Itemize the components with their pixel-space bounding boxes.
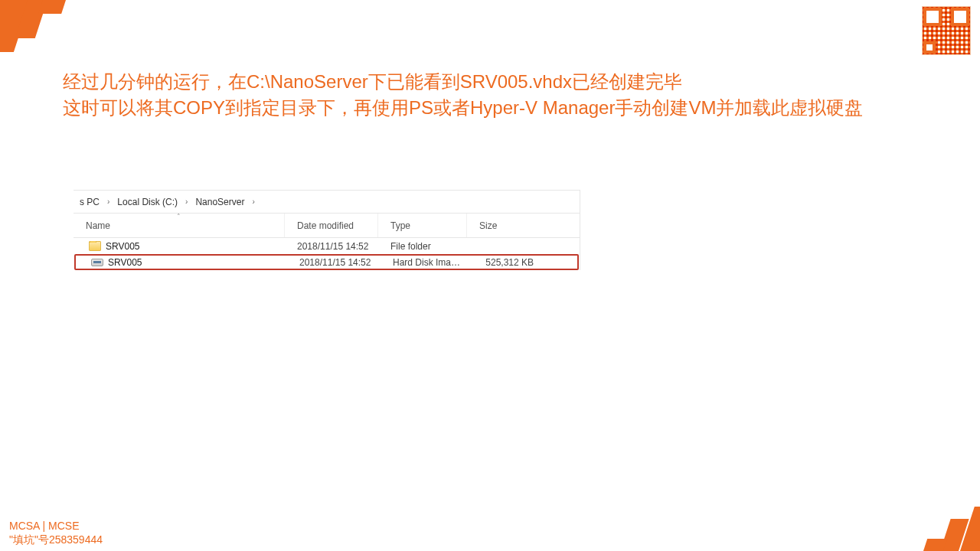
column-header-name[interactable]: Name ˄ <box>74 214 285 237</box>
breadcrumb-drive-c[interactable]: Local Disk (C:) <box>116 197 179 207</box>
file-date: 2018/11/15 14:52 <box>287 257 381 268</box>
file-name: SRV005 <box>106 241 139 252</box>
file-row[interactable]: SRV005 2018/11/15 14:52 File folder <box>74 238 580 254</box>
brand-logo-top-left <box>0 0 77 54</box>
file-type: Hard Disk Image F... <box>381 257 469 268</box>
heading-line-2: 这时可以将其COPY到指定目录下，再使用PS或者Hyper-V Manager手… <box>63 95 888 121</box>
heading-line-1: 经过几分钟的运行，在C:\NanoServer下已能看到SRV005.vhdx已… <box>63 69 888 95</box>
file-date: 2018/11/15 14:52 <box>285 241 378 252</box>
footer-line-2: "填坑"号258359444 <box>9 533 103 546</box>
file-type: File folder <box>378 241 467 252</box>
column-header-type-label: Type <box>390 220 410 231</box>
folder-icon <box>89 241 101 251</box>
column-headers: Name ˄ Date modified Type Size <box>74 214 580 238</box>
column-header-type[interactable]: Type <box>378 214 467 237</box>
file-explorer-panel: s PC › Local Disk (C:) › NanoServer › Na… <box>74 190 580 270</box>
breadcrumb[interactable]: s PC › Local Disk (C:) › NanoServer › <box>74 191 580 214</box>
brand-logo-bottom-right <box>911 505 980 551</box>
qr-code <box>920 5 972 57</box>
sort-ascending-icon: ˄ <box>177 213 181 220</box>
chevron-right-icon: › <box>249 197 257 206</box>
slide-heading: 经过几分钟的运行，在C:\NanoServer下已能看到SRV005.vhdx已… <box>63 69 888 120</box>
file-name: SRV005 <box>108 257 142 268</box>
column-header-name-label: Name <box>86 220 110 231</box>
disk-image-icon <box>91 259 103 266</box>
column-header-size[interactable]: Size <box>467 214 541 237</box>
column-header-size-label: Size <box>479 220 497 231</box>
breadcrumb-nanoserver[interactable]: NanoServer <box>194 197 246 207</box>
footer-line-1: MCSA | MCSE <box>9 519 103 533</box>
breadcrumb-pc[interactable]: s PC <box>78 197 101 207</box>
file-row[interactable]: SRV005 2018/11/15 14:52 Hard Disk Image … <box>74 254 579 270</box>
column-header-date[interactable]: Date modified <box>285 214 378 237</box>
slide-footer: MCSA | MCSE "填坑"号258359444 <box>9 519 103 546</box>
chevron-right-icon: › <box>182 197 191 206</box>
column-header-date-label: Date modified <box>297 220 354 231</box>
file-rows: SRV005 2018/11/15 14:52 File folder SRV0… <box>74 238 580 270</box>
chevron-right-icon: › <box>104 197 113 206</box>
file-size: 525,312 KB <box>469 257 543 268</box>
